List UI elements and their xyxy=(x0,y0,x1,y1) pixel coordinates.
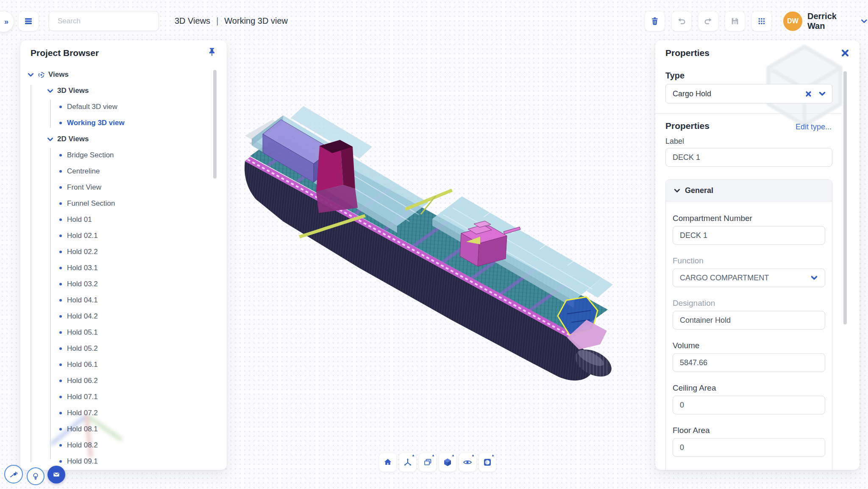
search-input[interactable] xyxy=(57,17,152,26)
bullet-icon xyxy=(59,363,62,366)
bullet-icon xyxy=(59,122,62,124)
bullet-icon xyxy=(59,347,62,350)
bullet-icon xyxy=(59,412,62,414)
scrollbar-thumb[interactable] xyxy=(213,70,217,179)
tree-item-label: Working 3D view xyxy=(67,119,125,127)
tree-root-label: Views xyxy=(48,70,69,79)
tree-item-label: Hold 04.1 xyxy=(67,296,98,305)
tree-root-views[interactable]: Views xyxy=(20,67,227,83)
field-select-function[interactable]: CARGO COMPARTMENT xyxy=(673,268,825,287)
general-section-header[interactable]: General xyxy=(666,180,832,201)
field-volume: Volume5847.66 xyxy=(673,341,825,372)
label-field-label: Label xyxy=(665,137,684,146)
cube-icon xyxy=(442,457,453,467)
breadcrumb-current: Working 3D view xyxy=(224,16,288,26)
ship-3d-model[interactable] xyxy=(232,102,622,382)
field-input-floor-area[interactable]: 0 xyxy=(673,438,825,457)
view-render-style-button[interactable]: ▲ xyxy=(479,453,496,472)
dropdown-badge: ▲ xyxy=(412,454,415,457)
hints-button[interactable] xyxy=(27,467,45,485)
tree-item-hold-03-1[interactable]: Hold 03.1 xyxy=(20,260,227,276)
integrations-button[interactable] xyxy=(4,465,23,483)
tree-item-hold-06-1[interactable]: Hold 06.1 xyxy=(20,357,227,373)
tree-item-label: Hold 07.2 xyxy=(67,409,98,417)
tree-item-hold-07-1[interactable]: Hold 07.1 xyxy=(20,389,227,405)
user-menu[interactable]: DW Derrick Wan xyxy=(783,11,868,31)
project-browser-panel: Project Browser Views 3D View xyxy=(20,40,227,470)
chevron-down-icon[interactable] xyxy=(860,17,868,25)
tree-item-hold-04-2[interactable]: Hold 04.2 xyxy=(20,308,227,324)
label-field-input[interactable]: DECK 1 xyxy=(665,148,832,167)
tree-item-label: Centreline xyxy=(67,167,100,176)
bullet-icon xyxy=(59,283,62,285)
undo-button[interactable] xyxy=(672,11,691,31)
bullet-icon xyxy=(59,235,62,237)
tree-item-hold-03-2[interactable]: Hold 03.2 xyxy=(20,276,227,292)
tree-item-hold-04-1[interactable]: Hold 04.1 xyxy=(20,292,227,308)
tree-item-hold-06-2[interactable]: Hold 06.2 xyxy=(20,373,227,389)
view-toolbar: ▲ ▲ ▲ ▲ xyxy=(379,453,496,472)
tree-item-hold-09-1[interactable]: Hold 09.1 xyxy=(20,453,227,469)
field-label-designation: Designation xyxy=(673,298,825,308)
bullet-icon xyxy=(59,315,62,318)
delete-button[interactable] xyxy=(645,11,665,31)
main-menu-button[interactable] xyxy=(19,11,38,31)
axes-triad-icon xyxy=(403,457,413,467)
bullet-icon xyxy=(59,202,62,205)
tree-item-funnel-section[interactable]: Funnel Section xyxy=(20,196,227,212)
tree-item-default-3d-view[interactable]: Default 3D view xyxy=(20,99,227,115)
field-designation: DesignationContainer Hold xyxy=(673,298,825,330)
tree-item-label: Hold 06.1 xyxy=(67,360,98,369)
tree-item-hold-02-1[interactable]: Hold 02.1 xyxy=(20,228,227,244)
save-button[interactable] xyxy=(725,11,745,31)
field-input-designation[interactable]: Container Hold xyxy=(673,311,825,330)
field-label-volume: Volume xyxy=(673,341,825,351)
tree-item-hold-05-1[interactable]: Hold 05.1 xyxy=(20,324,227,341)
edit-type-link[interactable]: Edit type... xyxy=(796,123,832,131)
view-axes-button[interactable]: ▲ xyxy=(399,453,416,472)
tree-item-label: Hold 03.2 xyxy=(67,280,98,288)
tree-item-label: Hold 09.1 xyxy=(67,457,98,466)
divider xyxy=(655,113,842,114)
breadcrumb-section[interactable]: 3D Views xyxy=(175,16,210,26)
dropdown-badge: ▲ xyxy=(491,454,495,457)
tree-item-hold-01[interactable]: Hold 01 xyxy=(20,212,227,228)
tree-item-hold-02-2[interactable]: Hold 02.2 xyxy=(20,244,227,260)
tree-item-label: Funnel Section xyxy=(67,199,115,208)
tree-item-hold-08-2[interactable]: Hold 08.2 xyxy=(20,437,227,453)
tree-item-working-3d-view[interactable]: Working 3D view xyxy=(20,115,227,131)
bullet-icon xyxy=(59,106,62,108)
close-icon[interactable] xyxy=(841,49,849,57)
chevron-down-icon[interactable] xyxy=(810,274,818,282)
type-select-value: Cargo Hold xyxy=(673,89,711,98)
chevron-down-icon[interactable] xyxy=(818,90,826,98)
clear-icon[interactable] xyxy=(805,91,812,97)
tree-item-label: Hold 02.2 xyxy=(67,248,98,256)
tree-item-centreline[interactable]: Centreline xyxy=(20,163,227,179)
scrollbar-thumb[interactable] xyxy=(843,71,847,324)
tree-item-hold-08-1[interactable]: Hold 08.1 xyxy=(20,421,227,437)
type-select[interactable]: Cargo Hold xyxy=(665,84,832,103)
tree-item-label: Hold 02.1 xyxy=(67,232,98,240)
bullet-icon xyxy=(59,154,62,156)
redo-button[interactable] xyxy=(698,11,718,31)
field-input-ceiling-area[interactable]: 0 xyxy=(673,396,825,414)
tree-item-bridge-section[interactable]: Bridge Section xyxy=(20,147,227,163)
tree-group-2d-views[interactable]: 2D Views xyxy=(20,131,227,147)
field-input-compartment-number[interactable]: DECK 1 xyxy=(673,226,825,245)
tree-item-label: Hold 03.1 xyxy=(67,264,98,272)
tree-group-3d-views[interactable]: 3D Views xyxy=(20,83,227,99)
tree-item-hold-05-2[interactable]: Hold 05.2 xyxy=(20,341,227,357)
view-home-button[interactable] xyxy=(379,453,396,472)
pin-icon[interactable] xyxy=(207,47,217,57)
tree-item-front-view[interactable]: Front View xyxy=(20,179,227,196)
field-input-volume[interactable]: 5847.66 xyxy=(673,353,825,372)
view-planes-button[interactable]: ▲ xyxy=(419,453,436,472)
apps-grid-button[interactable] xyxy=(752,11,771,31)
view-cube-button[interactable]: ▲ xyxy=(439,453,456,472)
avatar[interactable]: DW xyxy=(783,11,802,31)
field-label-floor-area: Floor Area xyxy=(673,425,825,436)
view-visibility-button[interactable]: ▲ xyxy=(459,453,476,472)
project-browser-title: Project Browser xyxy=(31,48,99,58)
tree-item-hold-07-2[interactable]: Hold 07.2 xyxy=(20,405,227,421)
